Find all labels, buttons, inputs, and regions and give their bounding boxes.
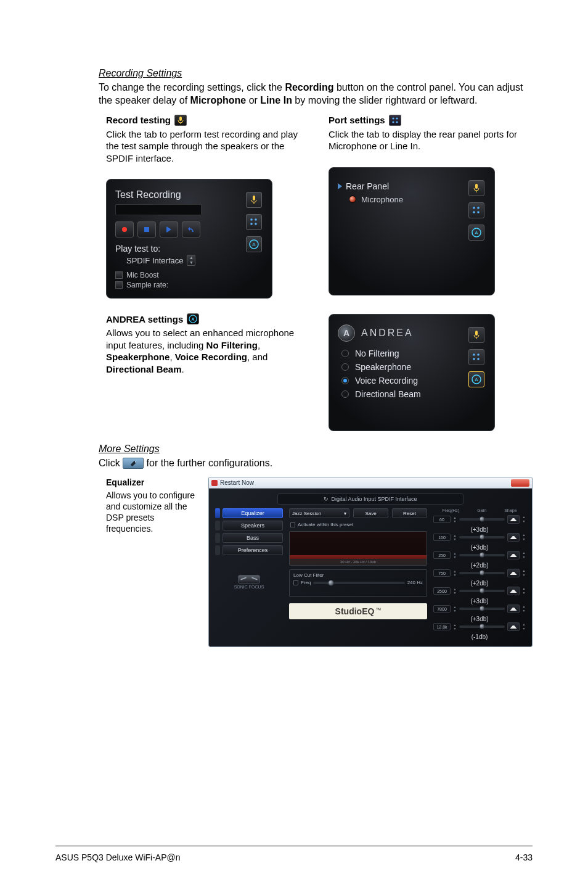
radio-no-filtering[interactable]	[341, 350, 349, 357]
device-strip[interactable]: ↻ Digital Audio Input SPDIF Interface	[277, 493, 463, 505]
activate-label: Activate within this preset	[298, 522, 353, 527]
freq-stepper[interactable]: ▲▼	[453, 551, 457, 559]
sample-rate-checkbox[interactable]	[115, 281, 123, 289]
tab-speakers[interactable]: Speakers	[223, 521, 283, 530]
play-test-label: Play test to:	[115, 244, 239, 254]
activate-checkbox[interactable]	[290, 522, 295, 527]
svg-point-21	[473, 207, 475, 209]
shape-stepper[interactable]: ▲▼	[522, 622, 526, 631]
andrea-tab-icon[interactable]: A	[246, 236, 262, 252]
save-button[interactable]: Save	[353, 508, 388, 518]
svg-text:A: A	[192, 317, 195, 321]
window-titlebar[interactable]: Restart Now	[209, 477, 532, 489]
window-close-button[interactable]	[511, 479, 529, 487]
shape-button[interactable]	[507, 622, 520, 631]
preset-dropdown[interactable]: Jazz Session▾	[289, 508, 349, 518]
band-db: (+3db)	[433, 616, 526, 622]
radio-voice-recording[interactable]	[341, 377, 349, 384]
mic-boost-checkbox[interactable]	[115, 271, 123, 279]
eq-graph[interactable]: 20 Hz - 20k Hz / 10db	[289, 531, 427, 566]
graph-axis-label: 20 Hz - 20k Hz / 10db	[290, 559, 427, 565]
text-bold: Microphone	[190, 95, 247, 105]
play-test-value: SPDIF Interface	[126, 256, 183, 265]
port-tab-icon[interactable]	[468, 202, 484, 218]
freq-stepper[interactable]: ▲▼	[453, 587, 457, 595]
shape-button[interactable]	[507, 604, 520, 613]
andrea-tab-icon[interactable]: A	[468, 371, 484, 387]
freq-stepper[interactable]: ▲▼	[453, 623, 457, 630]
port-tab-icon[interactable]	[468, 349, 484, 365]
svg-point-18	[396, 121, 398, 123]
andrea-tab-icon[interactable]: A	[468, 225, 484, 241]
band-freq[interactable]: 60	[433, 516, 451, 523]
freq-stepper[interactable]: ▲▼	[453, 516, 457, 523]
band-freq[interactable]: 12.8k	[433, 623, 451, 630]
option-label: Speakerphone	[355, 362, 411, 372]
tab-bass[interactable]: Bass	[223, 533, 283, 543]
shape-stepper[interactable]: ▲▼	[522, 604, 526, 613]
band-freq[interactable]: 160	[433, 534, 451, 541]
shape-button[interactable]	[507, 533, 520, 542]
chevron-down-icon: ▾	[344, 511, 346, 516]
low-cut-checkbox[interactable]	[293, 580, 298, 585]
mic-tab-icon[interactable]	[246, 192, 262, 208]
gain-slider[interactable]	[459, 554, 505, 556]
shape-button[interactable]	[507, 515, 520, 524]
shape-button[interactable]	[507, 587, 520, 595]
studio-eq-logo: StudioEQ™	[289, 603, 427, 619]
stop-button[interactable]	[137, 221, 156, 237]
band-freq[interactable]: 2500	[433, 587, 451, 595]
tab-preferences[interactable]: Preferences	[223, 545, 283, 555]
text: .	[182, 364, 184, 374]
eq-sidebar: Equalizer Speakers Bass Preferences SONI…	[215, 508, 283, 640]
band-freq[interactable]: 750	[433, 569, 451, 577]
shape-button[interactable]	[507, 551, 520, 559]
recording-name-input[interactable]	[115, 204, 202, 215]
svg-point-9	[250, 223, 253, 225]
shape-button[interactable]	[507, 569, 520, 577]
radio-speakerphone[interactable]	[341, 363, 349, 371]
gain-slider[interactable]	[459, 536, 505, 538]
option-label: No Filtering	[355, 349, 399, 358]
shape-stepper[interactable]: ▲▼	[522, 569, 526, 577]
equalizer-description: Equalizer Allows you to configure and cu…	[106, 477, 198, 647]
low-cut-slider[interactable]	[313, 582, 404, 584]
more-paragraph: Click for the further configurations.	[99, 457, 533, 470]
record-button[interactable]	[115, 221, 134, 237]
expand-icon[interactable]	[338, 183, 342, 189]
shape-stepper[interactable]: ▲▼	[522, 515, 526, 524]
gain-slider[interactable]	[459, 625, 505, 628]
radio-directional-beam[interactable]	[341, 390, 349, 398]
gain-slider[interactable]	[459, 572, 505, 574]
shape-stepper[interactable]: ▲▼	[522, 533, 526, 542]
mic-tab-icon[interactable]	[468, 180, 484, 196]
shape-stepper[interactable]: ▲▼	[522, 587, 526, 595]
window-icon	[211, 480, 218, 486]
port-tab-icon[interactable]	[246, 214, 262, 230]
gain-slider[interactable]	[459, 590, 505, 592]
text: Allows you to select an enhanced microph…	[106, 328, 294, 350]
svg-point-30	[477, 353, 480, 356]
rear-panel-panel: Rear Panel Microphone A	[329, 167, 495, 295]
port-settings-desc: Click the tab to display the rear panel …	[329, 128, 533, 152]
band-freq[interactable]: 7800	[433, 605, 451, 613]
freq-stepper[interactable]: ▲▼	[453, 605, 457, 613]
eq-band-row: 250▲▼▲▼	[433, 551, 526, 559]
play-target-stepper[interactable]: ▲▼	[187, 255, 195, 266]
band-db: (+3db)	[433, 598, 526, 604]
freq-stepper[interactable]: ▲▼	[453, 534, 457, 541]
reset-button[interactable]: Reset	[392, 508, 427, 518]
low-cut-freq-label: Freq	[301, 580, 311, 585]
play-button[interactable]	[160, 221, 178, 237]
mic-tab-icon[interactable]	[468, 327, 484, 343]
text: Click	[99, 458, 123, 468]
gain-slider[interactable]	[459, 518, 505, 521]
gain-slider[interactable]	[459, 608, 505, 610]
freq-stepper[interactable]: ▲▼	[453, 569, 457, 577]
svg-point-24	[477, 211, 480, 213]
tab-equalizer[interactable]: Equalizer	[223, 508, 283, 518]
band-freq[interactable]: 250	[433, 551, 451, 559]
undo-button[interactable]	[182, 221, 200, 237]
shape-stepper[interactable]: ▲▼	[522, 551, 526, 559]
text-bold: Recording	[285, 82, 333, 93]
